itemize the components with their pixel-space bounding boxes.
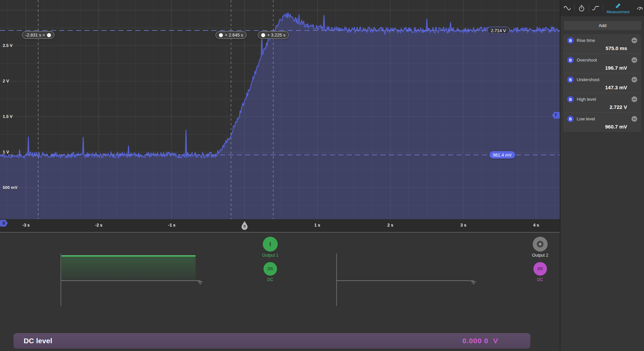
output-controls: Output 1 DC Output 2 DC [0,233,560,325]
cursor-handle-icon[interactable] [47,33,51,37]
dc-coupling-icon [266,265,274,273]
time-cursor-2-label[interactable]: + 2.645 s [215,31,247,39]
dc-level-unit: V [493,337,498,345]
channel-badge: B [567,96,574,102]
measurement-item-undershoot[interactable]: B Undershoot 147.3 mV [563,73,641,93]
measurement-item-rise-time[interactable]: B Rise time 575.0 ms [563,34,641,53]
output2-coupling-label: DC [537,277,543,282]
measurement-label: High level [577,97,628,102]
tab-measurement[interactable]: Measurement [603,0,634,16]
output1-label: Output 1 [262,253,278,258]
channel-badge: B [567,76,574,83]
measurement-label: Undershoot [577,77,628,82]
measurement-value: 575.0 ms [567,45,637,51]
output1-waveform-preview [58,252,210,309]
x-tick: 2 s [387,223,393,228]
trigger-marker-letter: T [555,113,557,118]
dc-level-label: DC level [24,337,52,345]
stopwatch-icon [578,4,585,12]
channel-badge: B [567,116,574,122]
scope-plot[interactable]: 2.5 V 2 V 1.5 V 1 V 500 mV -2.831 s = + … [0,0,560,219]
measurement-label: Rise time [577,38,628,43]
x-tick: -3 s [22,223,30,228]
time-cursor-1-text: -2.831 s = [25,32,45,38]
output2-coupling-button[interactable] [533,262,547,276]
measurement-list: B Rise time 575.0 ms B Overshoot 196.7 m… [563,34,641,132]
measurement-value: 2.722 V [567,104,637,110]
time-cursor-2-text: + 2.645 s [225,32,243,38]
x-tick: 1 s [314,223,320,228]
channel-marker-letter: B [2,221,5,226]
voltage-low-text: 961.4 mV [493,153,512,158]
measurement-item-overshoot[interactable]: B Overshoot 196.7 mV [563,53,641,73]
x-tick: -2 s [95,223,102,228]
tab-probe[interactable] [633,0,644,16]
cursor-handle-icon[interactable] [219,33,223,37]
sine-wave-icon [563,4,571,12]
measurement-value: 147.3 mV [567,85,637,90]
remove-measurement-icon[interactable] [631,38,637,43]
x-tick: 3 s [460,223,466,228]
power-on-icon [266,240,274,248]
remove-measurement-icon[interactable] [631,116,637,122]
output2-waveform-preview [333,252,485,309]
trigger-time-marker[interactable]: 0 [241,221,248,231]
x-tick: 4 s [533,223,539,228]
y-tick: 2.5 V [3,43,13,48]
y-tick: 1 V [3,150,9,155]
channel-badge: B [567,57,574,63]
time-axis: -3 s -2 s -1 s 1 s 2 s 3 s 4 s 0 [0,219,560,233]
dc-level-value: 0.000 0 [462,337,488,345]
trigger-time-label: 0 [241,224,248,228]
time-cursor-3-text: + 3.225 s [267,32,285,38]
measurement-label: Low level [577,116,628,121]
scope-app: 2.5 V 2 V 1.5 V 1 V 500 mV -2.831 s = + … [0,0,644,351]
time-cursor-3-label[interactable]: + 3.225 s [258,31,289,39]
y-tick: 500 mV [3,185,18,190]
remove-measurement-icon[interactable] [631,77,637,83]
side-panel: Measurement Add B Rise time 575.0 ms [560,0,644,351]
measurement-item-low-level[interactable]: B Low level 960.7 mV [563,112,641,132]
output2-power-button[interactable] [533,237,548,252]
dc-level-bar[interactable]: DC level 0.000 0 V [14,333,530,349]
output2-label: Output 2 [532,253,548,258]
measurement-value: 196.7 mV [567,65,637,71]
step-response-icon [591,4,600,12]
remove-measurement-icon[interactable] [631,57,637,63]
add-measurement-button[interactable]: Add [564,21,641,30]
y-tick: 1.5 V [3,114,13,119]
measurement-value: 960.7 mV [567,124,637,130]
remove-measurement-icon[interactable] [631,96,637,102]
time-cursor-1-label[interactable]: -2.831 s = [22,31,54,39]
voltage-cursor-low-label[interactable]: 961.4 mV [489,151,515,159]
output1-coupling-label: DC [267,277,273,282]
voltage-high-text: 2.714 V [491,28,506,33]
panel-toolbar: Measurement [560,0,644,16]
power-off-icon [536,240,545,249]
ruler-icon [614,2,622,9]
measurement-item-high-level[interactable]: B High level 2.722 V [563,93,641,112]
output1-coupling-button[interactable] [263,262,277,276]
measurement-label: Overshoot [577,57,628,63]
x-tick: -1 s [168,223,176,228]
cursor-handle-icon[interactable] [261,33,265,37]
voltage-cursor-high-label[interactable]: 2.714 V [487,27,510,34]
channel-badge: B [567,37,574,44]
tab-measurement-label: Measurement [607,10,629,14]
tab-step[interactable] [589,0,603,16]
tab-timer[interactable] [575,0,589,16]
tab-waveform[interactable] [560,0,574,16]
y-tick: 2 V [3,79,9,84]
output1-power-button[interactable] [263,237,278,252]
gauge-icon [636,4,644,12]
ground-icon [197,281,203,284]
dc-coupling-icon [536,265,544,273]
ground-icon [470,281,476,284]
